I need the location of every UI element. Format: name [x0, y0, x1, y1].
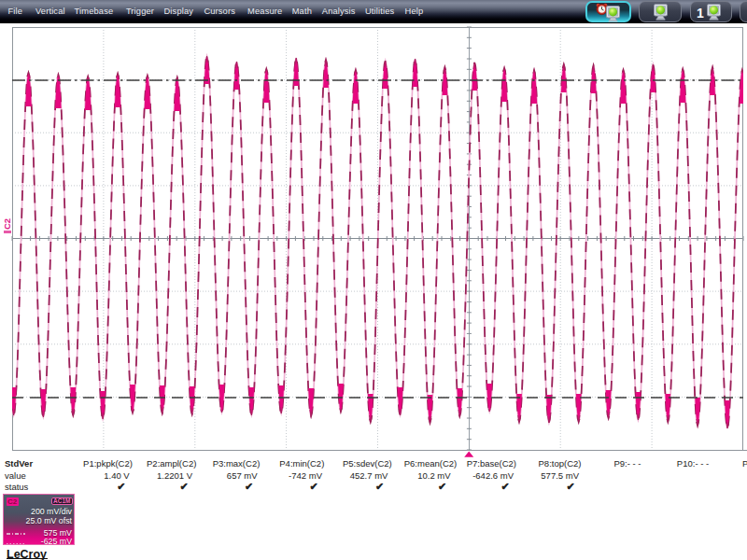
svg-text:C2: C2 — [2, 218, 12, 230]
